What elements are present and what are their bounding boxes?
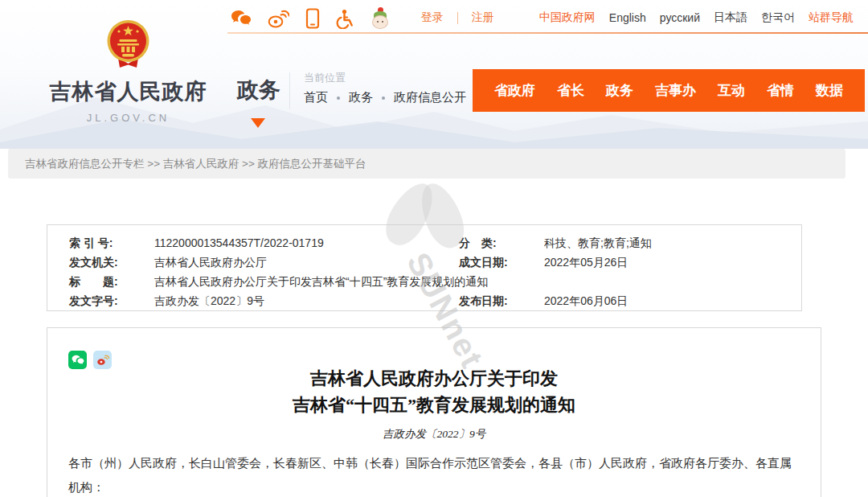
meta-value: 2022年06月06日 bbox=[544, 291, 628, 310]
nav-zhengwu[interactable]: 政务 bbox=[606, 81, 633, 100]
meta-row-written-date: 成文日期: 2022年05月26日 bbox=[459, 253, 652, 272]
mobile-icon[interactable] bbox=[305, 8, 320, 29]
chevron-down-icon bbox=[251, 118, 265, 128]
meta-right-column: 分 类: 科技、教育;教育;通知 成文日期: 2022年05月26日 发布日期:… bbox=[459, 233, 652, 310]
path-item-disclosure-platform[interactable]: 政府信息公开基础平台 bbox=[258, 157, 366, 171]
main-navigation: 省政府 省长 政务 吉事办 互动 省情 数据 bbox=[473, 69, 865, 112]
link-russian[interactable]: русский bbox=[660, 11, 700, 24]
link-english[interactable]: English bbox=[609, 11, 646, 24]
divider bbox=[457, 12, 458, 24]
meta-label: 分 类: bbox=[459, 233, 544, 253]
mascot-icon[interactable] bbox=[371, 8, 390, 30]
breadcrumb-zhengwu[interactable]: 政务 bbox=[349, 90, 373, 105]
current-location-label: 当前位置 bbox=[304, 71, 346, 85]
breadcrumb: 首页 政务 政府信息公开 bbox=[304, 90, 466, 105]
meta-value: 吉政办发〔2022〕9号 bbox=[154, 291, 264, 310]
meta-label: 发文字号: bbox=[69, 291, 154, 310]
meta-label: 索 引 号: bbox=[69, 233, 154, 253]
topbar-rule bbox=[227, 32, 868, 34]
mascot-face bbox=[372, 15, 388, 29]
path-separator: >> bbox=[145, 158, 163, 170]
link-gov-cn[interactable]: 中国政府网 bbox=[539, 10, 596, 25]
document-number: 吉政办发〔2022〕9号 bbox=[47, 427, 821, 442]
meta-left-column: 索 引 号: 1122000013544357T/2022-01719 发文机关… bbox=[69, 233, 488, 310]
accessibility-icon[interactable] bbox=[336, 9, 354, 29]
nav-jishiban[interactable]: 吉事办 bbox=[655, 81, 696, 100]
document-title-line1: 吉林省人民政府办公厅关于印发 bbox=[47, 365, 821, 392]
site-domain: JL.GOV.CN bbox=[42, 112, 215, 124]
nav-interaction[interactable]: 互动 bbox=[718, 81, 745, 100]
wechat-share-icon[interactable] bbox=[68, 351, 87, 369]
dot-separator bbox=[382, 97, 385, 100]
breadcrumb-info-disclosure[interactable]: 政府信息公开 bbox=[394, 90, 466, 105]
section-menu-zhengwu[interactable]: 政务 bbox=[237, 76, 280, 105]
page-header: 登录 注册 中国政府网 English русский 日本語 한국어 站群导航… bbox=[0, 0, 868, 149]
nav-governor[interactable]: 省长 bbox=[557, 81, 584, 100]
nav-provincial-government[interactable]: 省政府 bbox=[494, 81, 535, 100]
meta-value: 吉林省人民政府办公厅关于印发吉林省“十四五”教育发展规划的通知 bbox=[154, 272, 488, 291]
link-korean[interactable]: 한국어 bbox=[761, 10, 795, 25]
document-title-line2: 吉林省“十四五”教育发展规划的通知 bbox=[47, 392, 821, 418]
meta-label: 发文机关: bbox=[69, 253, 154, 272]
site-name: 吉林省人民政府 bbox=[42, 77, 215, 106]
weibo-share-icon[interactable] bbox=[93, 351, 112, 369]
meta-row-publish-date: 发布日期: 2022年06月06日 bbox=[459, 291, 652, 310]
nav-province-profile[interactable]: 省情 bbox=[767, 81, 794, 100]
link-japanese[interactable]: 日本語 bbox=[714, 10, 747, 25]
path-bar: 吉林省政府信息公开专栏 >> 吉林省人民政府 >> 政府信息公开基础平台 bbox=[8, 149, 845, 179]
path-item-provincial-gov[interactable]: 吉林省人民政府 bbox=[163, 157, 240, 171]
meta-value: 吉林省人民政府办公厅 bbox=[154, 253, 267, 272]
mascot-eye bbox=[377, 21, 379, 23]
meta-row-title: 标 题: 吉林省人民政府办公厅关于印发吉林省“十四五”教育发展规划的通知 bbox=[69, 272, 488, 291]
meta-label: 标 题: bbox=[69, 272, 154, 291]
login-link[interactable]: 登录 bbox=[421, 10, 444, 25]
national-emblem-icon bbox=[106, 19, 150, 69]
meta-row-index-number: 索 引 号: 1122000013544357T/2022-01719 bbox=[69, 233, 488, 253]
meta-label: 成文日期: bbox=[459, 253, 544, 272]
link-site-navigation[interactable]: 站群导航 bbox=[809, 10, 854, 25]
weibo-icon[interactable] bbox=[268, 10, 289, 28]
meta-label: 发布日期: bbox=[459, 291, 544, 310]
divider bbox=[289, 72, 290, 109]
register-link[interactable]: 注册 bbox=[472, 10, 494, 25]
meta-value: 1122000013544357T/2022-01719 bbox=[154, 233, 324, 253]
topbar-links: 登录 注册 中国政府网 English русский 日本語 한국어 站群导航 bbox=[421, 10, 854, 25]
nav-data[interactable]: 数据 bbox=[816, 81, 843, 100]
document-meta-table: 索 引 号: 1122000013544357T/2022-01719 发文机关… bbox=[47, 224, 802, 311]
site-logo[interactable]: 吉林省人民政府 JL.GOV.CN bbox=[42, 19, 215, 124]
path-separator: >> bbox=[239, 158, 257, 170]
path-item-disclosure-column[interactable]: 吉林省政府信息公开专栏 bbox=[25, 157, 145, 171]
topbar-social-icons bbox=[231, 7, 390, 30]
document-body: 吉林省人民政府办公厅关于印发 吉林省“十四五”教育发展规划的通知 吉政办发〔20… bbox=[47, 327, 821, 497]
meta-value: 2022年05月26日 bbox=[544, 253, 628, 272]
meta-row-category: 分 类: 科技、教育;教育;通知 bbox=[459, 233, 652, 253]
meta-value: 科技、教育;教育;通知 bbox=[544, 233, 652, 253]
dot-separator bbox=[337, 97, 340, 100]
meta-row-issuing-agency: 发文机关: 吉林省人民政府办公厅 bbox=[69, 253, 488, 272]
share-buttons bbox=[68, 351, 112, 369]
meta-row-document-number: 发文字号: 吉政办发〔2022〕9号 bbox=[69, 291, 488, 310]
document-paragraph: 各市（州）人民政府，长白山管委会，长春新区、中韩（长春）国际合作示范区管委会，各… bbox=[68, 451, 800, 497]
wechat-icon[interactable] bbox=[231, 10, 252, 27]
breadcrumb-home[interactable]: 首页 bbox=[304, 90, 328, 105]
mascot-eye bbox=[382, 21, 383, 23]
